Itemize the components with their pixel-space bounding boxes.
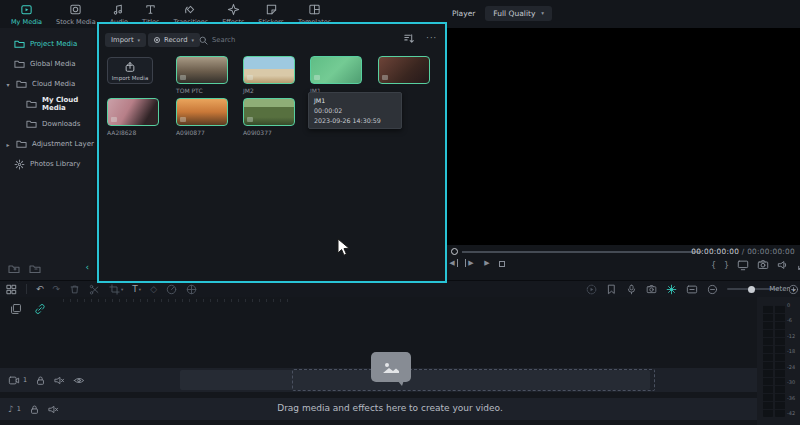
divider — [26, 284, 27, 294]
quality-dropdown[interactable]: Full Quality ▾ — [485, 6, 552, 21]
folder-icon — [26, 99, 37, 109]
sidebar-item-my-cloud-media[interactable]: My Cloud Media — [0, 94, 95, 114]
timeline-tools-right — [586, 281, 799, 297]
voiceover-mic-icon[interactable] — [626, 284, 637, 295]
meter-scale: 0 -6 -12 -18 -24 -30 -36 -42 — [787, 302, 799, 416]
total-time: 00:00:00:00 — [747, 247, 795, 256]
manage-tracks-icon[interactable] — [10, 303, 22, 315]
redo-icon[interactable]: ↷ — [53, 285, 61, 294]
meter-tick: -36 — [787, 395, 799, 401]
sidebar-item-photos-library[interactable]: Photos Library — [0, 154, 95, 174]
stickers-icon — [265, 3, 278, 16]
speed-icon[interactable] — [166, 284, 177, 295]
import-media-tile[interactable]: Import Media — [107, 57, 153, 84]
sidebar-item-project-media[interactable]: Project Media — [0, 34, 95, 54]
text-tool-icon: T — [132, 284, 138, 294]
video-track-icon — [8, 375, 20, 386]
import-dropdown-button[interactable]: Import ▾ — [105, 33, 146, 47]
lock-icon[interactable] — [35, 375, 46, 386]
chevron-down-icon: ▾ — [191, 37, 194, 43]
display-mode-icon[interactable] — [737, 259, 749, 271]
meter-bar-left — [763, 305, 773, 417]
my-media-icon — [20, 3, 33, 16]
keyframe-icon[interactable]: ◇ — [150, 285, 157, 294]
link-clips-icon[interactable] — [34, 303, 46, 315]
previous-frame-button[interactable]: ◀ — [448, 259, 458, 267]
tab-label: Stock Media — [56, 18, 96, 26]
slider-handle[interactable] — [748, 286, 755, 293]
chevron-down-icon: ▾ — [121, 287, 123, 292]
folder-icon — [26, 119, 37, 129]
media-clip — [378, 56, 430, 87]
next-frame-button[interactable]: ▶ — [465, 259, 475, 267]
seek-track[interactable] — [462, 251, 702, 253]
split-scissors-icon[interactable] — [89, 284, 100, 295]
preview-viewport[interactable] — [447, 28, 800, 245]
seek-handle[interactable] — [451, 248, 458, 255]
mark-out-button[interactable]: } — [724, 261, 729, 270]
player-bar: Player Full Quality ▾ — [452, 0, 552, 26]
meter-tick: -24 — [787, 364, 799, 370]
snapshot-icon[interactable] — [646, 284, 657, 295]
clip-name: AA2I8628 — [107, 129, 159, 136]
delete-icon[interactable] — [69, 284, 80, 295]
clip-thumbnail[interactable] — [243, 56, 295, 84]
sort-filter-icon[interactable] — [403, 33, 414, 44]
clip-thumbnail[interactable] — [176, 56, 228, 84]
zoom-out-icon[interactable] — [707, 284, 718, 295]
stop-button[interactable] — [499, 261, 505, 267]
chevron-down-icon: ▾ — [138, 37, 141, 43]
clip-type-badge — [247, 75, 253, 80]
sidebar-item-downloads[interactable]: Downloads — [0, 114, 95, 134]
snapshot-camera-icon[interactable] — [757, 259, 769, 271]
upload-icon — [124, 61, 136, 73]
volume-icon[interactable] — [777, 259, 789, 271]
meter-toggle[interactable]: Meter ▴ — [769, 281, 795, 297]
timeline-ruler[interactable] — [63, 299, 293, 302]
tab-my-media[interactable]: My Media — [4, 0, 49, 28]
search-input[interactable] — [212, 36, 292, 44]
meter-tick: -6 — [787, 317, 799, 323]
meter-bar-right — [775, 305, 785, 417]
auto-ripple-icon[interactable] — [666, 284, 677, 295]
chevron-down-icon: ▾ — [139, 287, 141, 292]
sidebar-item-adjustment-layer[interactable]: ▸ Adjustment Layer — [0, 134, 95, 154]
effects-icon — [227, 3, 240, 16]
clip-type-badge — [314, 75, 320, 80]
play-button[interactable]: ▶ — [482, 259, 492, 267]
transport-controls: ◀ ▶ ▶ — [448, 259, 505, 267]
sidebar-label: Cloud Media — [32, 80, 75, 88]
tooltip-duration: 00:00:02 — [314, 106, 396, 116]
meter-label: Meter — [769, 285, 789, 293]
clip-name: A09I0877 — [176, 129, 228, 136]
clip-thumbnail[interactable] — [378, 56, 430, 84]
marker-icon[interactable] — [606, 284, 617, 295]
clip-thumbnail[interactable] — [310, 56, 362, 84]
more-options-icon[interactable]: ··· — [426, 34, 437, 43]
new-folder-icon[interactable] — [8, 264, 20, 274]
render-preview-icon[interactable] — [586, 284, 597, 295]
hide-track-eye-icon[interactable] — [73, 375, 85, 386]
clip-thumbnail[interactable] — [107, 98, 159, 126]
quality-value: Full Quality — [493, 9, 535, 18]
undo-icon[interactable]: ↶ — [36, 285, 44, 294]
collapse-sidebar-icon[interactable]: ‹ — [85, 262, 89, 272]
drop-target-outline[interactable] — [292, 369, 655, 391]
text-tool[interactable]: T ▾ — [132, 284, 141, 294]
player-label: Player — [452, 9, 475, 18]
mark-in-button[interactable]: { — [711, 261, 716, 270]
clip-thumbnail[interactable] — [243, 98, 295, 126]
media-view-icon[interactable] — [6, 284, 17, 295]
sidebar-item-cloud-media[interactable]: ▾ Cloud Media — [0, 74, 95, 94]
render-icon[interactable] — [186, 284, 197, 295]
clip-tooltip: JM1 00:00:02 2023-09-26 14:30:59 — [308, 92, 402, 129]
mute-track-icon[interactable] — [54, 375, 65, 386]
zoom-to-fit-icon[interactable] — [686, 284, 698, 295]
sidebar-item-global-media[interactable]: Global Media — [0, 54, 95, 74]
media-sidebar: Project Media Global Media ▾ Cloud Media… — [0, 28, 95, 283]
clip-thumbnail[interactable] — [176, 98, 228, 126]
tab-stock-media[interactable]: Stock Media — [49, 0, 103, 28]
record-dropdown-button[interactable]: Record ▾ — [148, 33, 200, 47]
delete-folder-icon[interactable] — [29, 264, 41, 274]
crop-tool[interactable]: ▾ — [109, 284, 123, 295]
